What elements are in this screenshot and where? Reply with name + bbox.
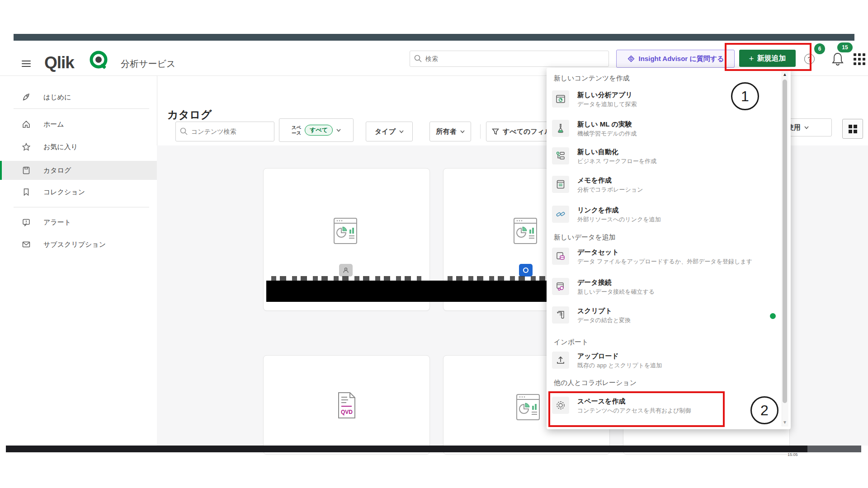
- star-icon: [22, 142, 31, 151]
- filter-divider: [480, 124, 481, 139]
- alert-icon: [22, 218, 31, 227]
- service-title: 分析サービス: [121, 58, 175, 70]
- owner-filter-label: 所有者: [436, 127, 457, 136]
- qvd-file-thumbnail-icon: QVD: [335, 391, 358, 419]
- link-icon: [552, 206, 569, 223]
- hamburger-menu-icon[interactable]: [22, 59, 31, 69]
- menu-item-data-connection[interactable]: データ接続 新しいデータ接続を確立する: [547, 278, 775, 304]
- scroll-down-arrow[interactable]: ▼: [783, 420, 787, 425]
- sidebar-label: ホーム: [43, 120, 64, 129]
- chevron-down-icon: [399, 130, 404, 133]
- add-new-dropdown-menu: 新しいコンテンツを作成 新しい分析アプリ データを追加して探索 新しい ML の…: [547, 68, 791, 429]
- sidebar-item-catalog[interactable]: カタログ: [0, 161, 157, 180]
- redacted-title-fragment: [271, 276, 421, 281]
- global-search[interactable]: [410, 51, 609, 67]
- annotation-box-2: [548, 391, 725, 427]
- owner-filter-button[interactable]: 所有者: [429, 122, 471, 141]
- home-icon: [22, 120, 31, 129]
- annotation-step-1: 1: [731, 82, 759, 110]
- sidebar-label: アラート: [43, 218, 71, 227]
- sidebar-label: お気に入り: [43, 143, 78, 151]
- svg-text:QVD: QVD: [341, 409, 353, 415]
- menu-section-header: 新しいデータを追加: [554, 233, 616, 242]
- space-filter-value-badge: すべて: [305, 125, 333, 136]
- status-green-dot: [770, 313, 776, 319]
- qlik-cloud-screenshot: Qlik 分析サービス Insight Advisor に質問する + 新規追加…: [0, 0, 868, 488]
- sidebar-item-getting-started[interactable]: はじめに: [0, 88, 157, 107]
- sidebar-item-subscriptions[interactable]: サブスクリプション: [0, 235, 157, 254]
- space-filter-button[interactable]: スペ ース すべて: [279, 118, 354, 142]
- menu-item-create-note[interactable]: メモを作成 分析でコラボレーション: [547, 176, 775, 202]
- scroll-up-arrow[interactable]: ▲: [783, 72, 787, 77]
- analytics-app-thumbnail-icon: [513, 216, 538, 246]
- sidebar-label: コレクション: [43, 188, 85, 197]
- menu-item-upload[interactable]: アップロード 既存の app とスクリプトを追加: [547, 352, 775, 378]
- catalog-icon: [22, 166, 31, 175]
- insight-advisor-label: Insight Advisor に質問する: [639, 55, 724, 63]
- note-icon: [552, 176, 569, 193]
- menu-item-new-ml-experiment[interactable]: 新しい ML の実験 機械学習モデルの作成: [547, 120, 775, 146]
- ring-logo-icon: [522, 267, 529, 274]
- sidebar-section-divider: [14, 207, 149, 207]
- help-badge: 6: [814, 43, 825, 54]
- insight-bulb-icon: [627, 55, 635, 63]
- sidebar-item-alerts[interactable]: アラート: [0, 213, 157, 232]
- sidebar-item-collections[interactable]: コレクション: [0, 183, 157, 202]
- search-icon: [414, 55, 422, 62]
- chevron-down-icon: [336, 129, 341, 132]
- menu-item-create-link[interactable]: リンクを作成 外部リソースへのリンクを追加: [547, 206, 775, 232]
- content-search[interactable]: [175, 122, 274, 141]
- menu-section-header: 新しいコンテンツを作成: [554, 74, 630, 83]
- data-connection-icon: [552, 278, 569, 295]
- type-filter-label: タイプ: [375, 127, 396, 136]
- sidebar-label: サブスクリプション: [43, 240, 106, 249]
- global-search-input[interactable]: [410, 51, 609, 67]
- annotation-box-1: [725, 43, 811, 71]
- analytics-app-thumbnail-icon: [333, 216, 358, 246]
- upload-icon: [552, 352, 569, 369]
- menu-section-header: 他の人とコラボレーション: [554, 379, 637, 387]
- sidebar-section-divider: [14, 108, 149, 109]
- redacted-title-fragment: [448, 276, 545, 281]
- type-filter-button[interactable]: タイプ: [366, 122, 413, 141]
- search-icon: [180, 127, 188, 135]
- analytics-app-thumbnail-icon: [516, 392, 540, 422]
- envelope-icon: [22, 240, 31, 249]
- person-icon: [342, 267, 349, 274]
- video-progress-remaining: [807, 446, 861, 452]
- menu-scrollbar-thumb[interactable]: [783, 80, 787, 403]
- content-search-input[interactable]: [175, 122, 274, 141]
- app-launcher-icon[interactable]: [854, 53, 867, 67]
- menu-item-dataset[interactable]: データセット データ ファイルをアップロードするか、外部データを登録します: [547, 248, 775, 274]
- rocket-icon: [22, 93, 31, 102]
- menu-section-header: インポート: [554, 338, 588, 347]
- sidebar-item-favorites[interactable]: お気に入り: [0, 137, 157, 156]
- ml-flask-icon: [552, 120, 569, 137]
- automation-icon: [552, 147, 569, 164]
- qlik-logo-text: Qlik: [44, 53, 74, 72]
- analytics-app-icon: [552, 90, 569, 108]
- dataset-icon: [552, 248, 569, 265]
- shared-space-badge: [519, 264, 533, 277]
- video-top-bar: [14, 34, 854, 41]
- insight-advisor-button[interactable]: Insight Advisor に質問する: [616, 50, 735, 68]
- annotation-step-2: 2: [750, 396, 778, 424]
- page-title: カタログ: [167, 108, 212, 122]
- bookmark-icon: [22, 188, 31, 197]
- video-timestamp: 15:05: [788, 452, 798, 457]
- space-filter-label: スペ ース: [292, 125, 302, 136]
- chevron-down-icon: [460, 130, 465, 133]
- sidebar-label: カタログ: [43, 166, 71, 175]
- funnel-icon: [492, 128, 499, 135]
- grid-view-toggle[interactable]: [842, 119, 863, 139]
- menu-item-script[interactable]: スクリプト データの結合と変換: [547, 306, 775, 333]
- video-progress-bar[interactable]: [6, 446, 861, 452]
- personal-space-badge: [339, 264, 353, 277]
- notification-badge: 15: [837, 42, 853, 52]
- script-icon: [552, 306, 569, 324]
- bell-icon[interactable]: [831, 52, 844, 67]
- menu-item-new-automation[interactable]: 新しい自動化 ビジネス ワークフローを作成: [547, 147, 775, 174]
- qlik-logo-q-icon: [89, 49, 109, 71]
- chevron-down-icon: [804, 126, 809, 129]
- sidebar-item-home[interactable]: ホーム: [0, 115, 157, 134]
